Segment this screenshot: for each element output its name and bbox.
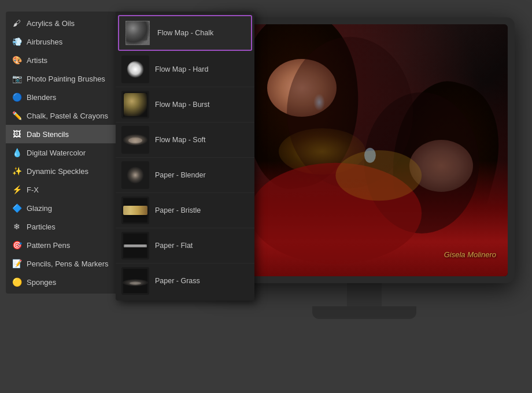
blender-brush-svg <box>123 163 147 187</box>
brush-item-paper-blender[interactable]: Paper - Blender <box>116 158 254 193</box>
sidebar-item-dynamic-speckles[interactable]: ✨ Dynamic Speckles <box>6 162 121 180</box>
svg-rect-2 <box>128 25 147 40</box>
sidebar-item-artists[interactable]: 🎨 Artists <box>6 51 121 69</box>
particles-icon: ❄ <box>12 221 22 232</box>
brush-thumb-bristle <box>121 196 149 224</box>
sidebar-label-airbrushes: Airbrushes <box>27 38 62 46</box>
glazing-icon: 🔷 <box>12 203 22 213</box>
sidebar-item-blenders[interactable]: 🔵 Blenders <box>6 88 121 106</box>
svg-rect-0 <box>125 21 150 45</box>
brush-label-flow-map-soft: Flow Map - Soft <box>155 136 249 144</box>
airbrushes-icon: 💨 <box>12 36 22 47</box>
burst-brush-svg <box>123 92 147 117</box>
blenders-icon: 🔵 <box>12 92 22 102</box>
pattern-pens-icon: 🎯 <box>12 240 22 250</box>
artwork-display: Gisela Molinero <box>221 24 508 276</box>
sponges-icon: 🟡 <box>12 277 22 287</box>
svg-rect-3 <box>123 57 147 81</box>
sidebar-label-blenders: Blenders <box>27 93 56 102</box>
monitor-stand-base <box>312 306 416 319</box>
monitor-stand-neck <box>347 283 382 306</box>
brush-thumb-soft <box>121 126 149 154</box>
brush-label-flow-map-chalk: Flow Map - Chalk <box>157 29 246 37</box>
svg-rect-16 <box>123 198 147 223</box>
artwork-highlight <box>313 94 325 111</box>
svg-point-9 <box>131 94 134 98</box>
sidebar-item-digital-watercolor[interactable]: 💧 Digital Watercolor <box>6 143 121 162</box>
sidebar-label-digital-watercolor: Digital Watercolor <box>27 149 86 157</box>
artwork-face-figure2 <box>409 140 473 192</box>
brush-thumb-grass <box>121 267 149 295</box>
brush-label-paper-grass: Paper - Grass <box>155 277 249 285</box>
svg-rect-21 <box>125 245 146 246</box>
svg-rect-11 <box>123 128 147 152</box>
svg-rect-1 <box>125 21 150 45</box>
brush-label-flow-map-burst: Flow Map - Burst <box>155 101 249 109</box>
sidebar-label-pattern-pens: Pattern Pens <box>27 241 70 250</box>
chalk-icon: ✏️ <box>12 110 22 121</box>
artists-icon: 🎨 <box>12 55 22 65</box>
brush-label-paper-bristle: Paper - Bristle <box>155 206 249 214</box>
sidebar-label-pencils: Pencils, Pens & Markers <box>27 259 109 268</box>
svg-point-7 <box>132 98 146 108</box>
brush-thumb-chalk <box>124 19 152 47</box>
svg-point-6 <box>125 105 137 114</box>
sidebar-item-photo-painting[interactable]: 📷 Photo Painting Brushes <box>6 69 121 88</box>
brush-label-paper-blender: Paper - Blender <box>155 171 249 179</box>
monitor-screen: Gisela Molinero <box>221 24 508 276</box>
sidebar-item-particles[interactable]: ❄ Particles <box>6 217 121 236</box>
brush-item-paper-bristle[interactable]: Paper - Bristle <box>116 193 254 228</box>
artwork-face-figure1 <box>267 59 337 117</box>
sidebar-item-dab-stencils[interactable]: 🖼 Dab Stencils <box>6 125 121 143</box>
flat-brush-svg <box>123 233 147 258</box>
svg-point-4 <box>127 61 143 77</box>
sidebar-label-photo-painting: Photo Painting Brushes <box>27 75 105 83</box>
sidebar-item-pencils[interactable]: 📝 Pencils, Pens & Markers <box>6 254 121 273</box>
svg-rect-22 <box>123 269 147 293</box>
svg-point-23 <box>125 281 146 287</box>
bristle-brush-svg <box>123 198 147 223</box>
brush-item-paper-flat[interactable]: Paper - Flat <box>116 228 254 264</box>
dynamic-speckles-icon: ✨ <box>12 166 22 176</box>
fx-icon: ⚡ <box>12 184 22 195</box>
sidebar-item-acrylics[interactable]: 🖌 Acrylics & Oils <box>6 14 121 32</box>
brush-label-paper-flat: Paper - Flat <box>155 242 249 250</box>
monitor-body: Gisela Molinero <box>214 17 515 283</box>
brush-thumb-flat <box>121 232 149 259</box>
hard-brush-svg <box>123 57 147 81</box>
acrylics-icon: 🖌 <box>12 18 22 28</box>
sidebar-label-artists: Artists <box>27 56 47 65</box>
sidebar-item-fx[interactable]: ⚡ F-X <box>6 180 121 199</box>
sidebar-label-particles: Particles <box>27 223 56 231</box>
brush-category-sidebar: 🖌 Acrylics & Oils 💨 Airbrushes 🎨 Artists… <box>6 12 121 294</box>
svg-point-24 <box>130 282 141 285</box>
digital-watercolor-icon: 💧 <box>12 147 22 158</box>
grass-brush-svg <box>123 269 147 293</box>
svg-rect-14 <box>123 163 147 187</box>
sidebar-item-airbrushes[interactable]: 💨 Airbrushes <box>6 32 121 51</box>
sidebar-item-chalk[interactable]: ✏️ Chalk, Pastel & Crayons <box>6 106 121 125</box>
brush-item-flow-map-burst[interactable]: Flow Map - Burst <box>116 87 254 123</box>
brush-thumb-blender <box>121 161 149 189</box>
sidebar-item-glazing[interactable]: 🔷 Glazing <box>6 199 121 217</box>
svg-point-10 <box>128 101 131 103</box>
svg-point-13 <box>128 138 142 143</box>
sidebar-item-sponges[interactable]: 🟡 Sponges <box>6 273 121 291</box>
svg-point-17 <box>124 207 146 215</box>
sidebar-label-acrylics: Acrylics & Oils <box>27 19 75 28</box>
sidebar-label-sponges: Sponges <box>27 278 56 287</box>
brush-item-flow-map-hard[interactable]: Flow Map - Hard <box>116 52 254 87</box>
artwork-credit: Gisela Molinero <box>444 250 496 259</box>
pencils-icon: 📝 <box>12 258 22 269</box>
brush-item-flow-map-chalk[interactable]: Flow Map - Chalk <box>118 15 252 51</box>
sidebar-label-glazing: Glazing <box>27 204 52 213</box>
artwork-gold-accent <box>279 128 365 175</box>
sidebar-label-dab-stencils: Dab Stencils <box>27 130 69 139</box>
brush-item-paper-grass[interactable]: Paper - Grass <box>116 264 254 298</box>
svg-point-18 <box>127 207 144 212</box>
soft-brush-svg <box>123 128 147 152</box>
sidebar-item-pattern-pens[interactable]: 🎯 Pattern Pens <box>6 236 121 254</box>
brush-item-flow-map-soft[interactable]: Flow Map - Soft <box>116 123 254 158</box>
chalk-texture-svg <box>125 21 150 45</box>
brush-label-flow-map-hard: Flow Map - Hard <box>155 65 249 73</box>
